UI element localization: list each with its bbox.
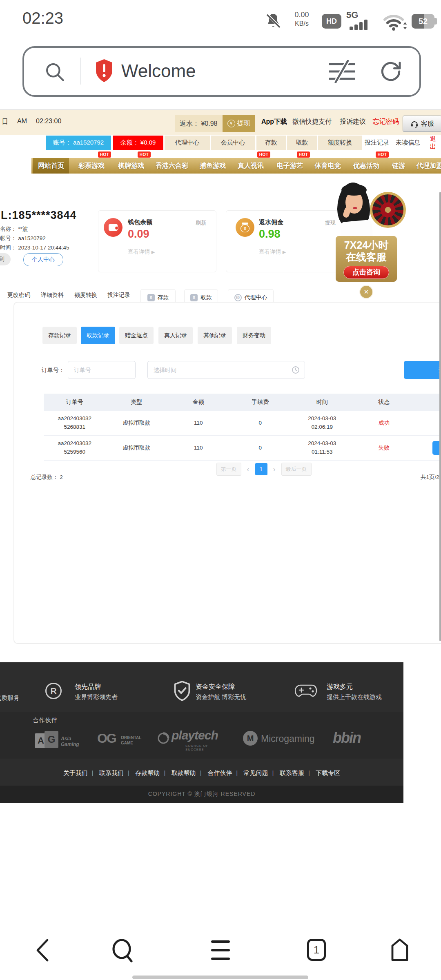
prev-page-icon[interactable]: ‹ <box>245 463 252 475</box>
hot-badge: HOT <box>376 151 389 158</box>
footer-link-partners[interactable]: 合作伙伴 <box>207 769 232 776</box>
col-order-no: 订单号 <box>44 394 106 411</box>
footer-link-deposit-help[interactable]: 存款帮助 <box>135 769 160 776</box>
search-nav-icon[interactable] <box>110 938 136 964</box>
tab-live-records[interactable]: 真人记录 <box>158 327 193 344</box>
forgot-password-link[interactable]: 忘记密码 <box>373 118 399 126</box>
home-icon[interactable] <box>390 938 410 962</box>
personal-center-button[interactable]: 个人中心 <box>23 253 63 266</box>
nav-item-fishing[interactable]: 捕鱼游戏 <box>200 158 226 174</box>
footer-link-withdraw-help[interactable]: 取款帮助 <box>172 769 196 776</box>
nav-item-home[interactable]: 网站首页 <box>33 158 69 174</box>
wallet-card-title: 钱包余额 <box>128 218 152 226</box>
change-password-link[interactable]: 更改密码 <box>7 292 30 299</box>
checkin-button[interactable]: 签到 <box>0 253 11 265</box>
col-fee: 手续费 <box>229 394 292 411</box>
agent-center-button[interactable]: 代理中心 <box>165 136 210 150</box>
rebate-detail-link[interactable]: 查看详情 ▶ <box>259 248 286 256</box>
order-no-input[interactable] <box>68 361 136 379</box>
nav-item-live-casino[interactable]: 真人视讯 <box>238 158 264 174</box>
col-time: 时间 <box>291 394 353 411</box>
col-type: 类型 <box>106 394 168 411</box>
wallet-card: 钱包余额 刷新 0.09 查看详情 ▶ <box>98 210 216 272</box>
register-time-line: 时间： 2023-10-17 20:44:45 <box>0 244 69 252</box>
profile-details-link[interactable]: 详细资料 <box>41 292 64 299</box>
bet-records-quicklink[interactable]: 投注记录 <box>107 292 130 299</box>
nav-item-sports[interactable]: 体育电竞 <box>315 158 341 174</box>
time-range-input[interactable] <box>147 361 305 379</box>
unread-messages-link[interactable]: 未读信息 <box>396 136 420 150</box>
footer-link-download[interactable]: 下载专区 <box>316 769 340 776</box>
tab-deposit-records[interactable]: 存款记录 <box>42 327 77 344</box>
feature-subtitle: 提供上千款在线游戏 <box>327 693 382 701</box>
wechat-pay-link[interactable]: 微信快捷支付 <box>292 118 332 126</box>
page-scrollbar[interactable] <box>439 192 441 641</box>
bet-records-link[interactable]: 投注记录 <box>365 136 389 150</box>
shield-check-icon <box>173 680 191 702</box>
nav-item-board-games[interactable]: 棋牌游戏 <box>118 158 144 174</box>
last-page-button[interactable]: 最后一页 <box>281 463 312 476</box>
tab-bonus-rebate[interactable]: 赠金返点 <box>119 327 154 344</box>
nav-item-hk-lottery[interactable]: 香港六合彩 <box>156 158 188 174</box>
member-account-line: 帐号： aa1520792 <box>0 235 46 242</box>
nav-item-agent-join[interactable]: 代理加盟 <box>416 158 441 174</box>
withdraw-nav-button[interactable]: 取款 <box>287 136 317 150</box>
tab-other-records[interactable]: 其他记录 <box>198 327 232 344</box>
hot-badge: HOT <box>257 151 270 158</box>
promo-close-icon[interactable]: ✕ <box>359 285 373 299</box>
deposit-button[interactable]: 存款 <box>256 136 286 150</box>
promo-line1: 7X24小时 <box>336 239 397 251</box>
wallet-detail-link[interactable]: 查看详情 ▶ <box>128 248 155 256</box>
security-warning-icon[interactable] <box>94 58 114 83</box>
footer-link-service[interactable]: 联系客服 <box>280 769 304 776</box>
footer-link-contact[interactable]: 联系我们 <box>99 769 124 776</box>
footer-link-faq[interactable]: 常见问题 <box>244 769 268 776</box>
refresh-icon[interactable] <box>379 59 403 84</box>
url-bar[interactable]: Welcome <box>22 46 421 97</box>
nav-item-slots[interactable]: 电子游艺 <box>277 158 303 174</box>
tabs-button[interactable]: 1 <box>307 939 326 961</box>
gamepad-icon <box>295 683 318 699</box>
partner-logo-playtech: playtech SOURCE OF SUCCESS <box>157 728 228 751</box>
page-title[interactable]: Welcome <box>121 61 196 81</box>
hot-badge: HOT <box>98 151 111 158</box>
member-center-button[interactable]: 会员中心 <box>211 136 255 150</box>
quota-transfer-button[interactable]: 额度转换 <box>318 136 362 150</box>
back-icon[interactable] <box>34 938 51 962</box>
refresh-link[interactable]: 刷新 <box>196 219 206 227</box>
network-speed-value: 0.00 <box>286 11 318 20</box>
gesture-bar[interactable] <box>132 976 308 979</box>
quota-transfer-link[interactable]: 额度转换 <box>74 292 97 299</box>
logout-link[interactable]: 退出 <box>430 136 441 150</box>
col-action: 操作 <box>415 394 441 411</box>
deposit-icon: ¥ <box>147 294 155 301</box>
rebate-withdraw-link[interactable]: 提现 <box>325 219 336 227</box>
search-icon[interactable] <box>44 61 67 84</box>
feature-title: 领先品牌 <box>75 683 101 691</box>
first-page-button[interactable]: 第一页 <box>216 463 241 476</box>
promo-line2: 在线客服 <box>336 251 397 263</box>
current-page-button[interactable]: 1 <box>255 463 267 475</box>
footer-link-about[interactable]: 关于我们 <box>63 769 88 776</box>
masked-phone: L:185****3844 <box>1 209 77 222</box>
promo-service-badge[interactable]: 7X24小时 在线客服 点击咨询 <box>336 236 397 282</box>
clock-icon <box>292 366 300 374</box>
service-button[interactable]: 客服 <box>403 116 441 132</box>
complaint-link[interactable]: 投诉建议 <box>340 118 366 126</box>
wallet-balance-value: 0.09 <box>128 228 149 241</box>
account-badge: 账号： aa1520792 <box>46 136 111 150</box>
partner-logo-asia-gaming: A G AsiaGaming <box>35 730 84 751</box>
search-button[interactable]: 查询 <box>404 361 441 379</box>
promo-cta-button[interactable]: 点击咨询 <box>343 266 389 279</box>
menu-icon[interactable] <box>211 940 230 961</box>
app-download-link[interactable]: App下载 <box>261 118 287 126</box>
tune-icon[interactable] <box>325 60 358 83</box>
nav-item-promotions[interactable]: 优惠活动 <box>353 158 379 174</box>
nav-item-chain-games[interactable]: 链游 <box>392 158 405 174</box>
next-page-icon[interactable]: › <box>271 463 278 475</box>
tab-withdraw-records[interactable]: 取款记录 <box>81 327 115 344</box>
tab-finance-changes[interactable]: 财务变动 <box>237 327 271 344</box>
status-badge: 失败 <box>353 436 415 460</box>
nav-item-lottery[interactable]: 彩票游戏 <box>78 158 105 174</box>
withdraw-button[interactable]: ¥ 提现 <box>223 115 255 132</box>
